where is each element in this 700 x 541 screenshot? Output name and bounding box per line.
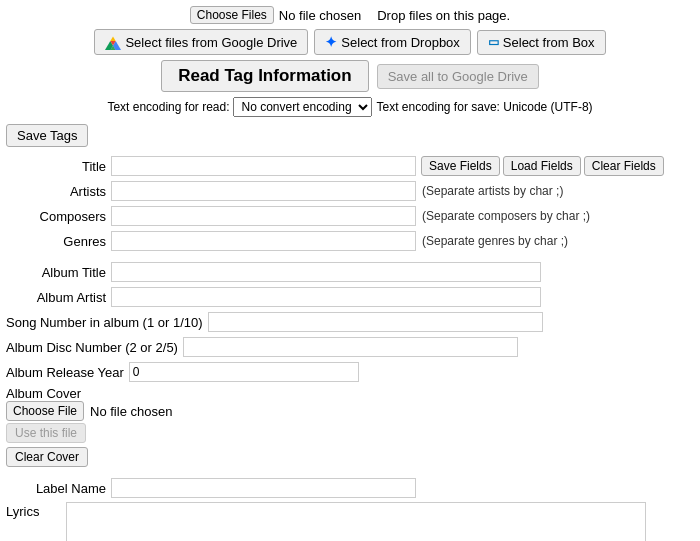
cloud-buttons-row: Select files from Google Drive ✦ Select …: [6, 29, 694, 55]
song-number-row: Song Number in album (1 or 1/10): [6, 311, 694, 333]
album-disc-label: Album Disc Number (2 or 2/5): [6, 340, 183, 355]
title-label: Title: [6, 159, 111, 174]
album-title-row: Album Title: [6, 261, 694, 283]
gdrive-button[interactable]: Select files from Google Drive: [94, 29, 308, 55]
file-chosen-label: No file chosen: [279, 8, 361, 23]
save-google-button[interactable]: Save all to Google Drive: [377, 64, 539, 89]
album-artist-input[interactable]: [111, 287, 541, 307]
encoding-select[interactable]: No convert encodingUTF-8ISO-8859-1Shift_…: [233, 97, 372, 117]
svg-marker-3: [111, 37, 116, 42]
read-tag-row: Read Tag Information Save all to Google …: [6, 60, 694, 92]
artists-row: Artists (Separate artists by char ;): [6, 180, 694, 202]
album-cover-label-row: Album Cover: [6, 386, 694, 401]
dropbox-button[interactable]: ✦ Select from Dropbox: [314, 29, 471, 55]
title-row: Title Save Fields Load Fields Clear Fiel…: [6, 155, 694, 177]
encoding-row: Text encoding for read: No convert encod…: [6, 97, 694, 117]
album-cover-label: Album Cover: [6, 386, 81, 401]
album-artist-row: Album Artist: [6, 286, 694, 308]
composers-row: Composers (Separate composers by char ;): [6, 205, 694, 227]
label-name-label: Label Name: [6, 481, 111, 496]
dropbox-label: Select from Dropbox: [341, 35, 460, 50]
album-title-label: Album Title: [6, 265, 111, 280]
artists-input[interactable]: [111, 181, 416, 201]
lyrics-row: Lyrics: [6, 502, 694, 541]
song-number-label: Song Number in album (1 or 1/10): [6, 315, 208, 330]
album-cover-no-file: No file chosen: [90, 404, 172, 419]
lyrics-textarea[interactable]: [66, 502, 646, 541]
clear-cover-row: Clear Cover: [6, 447, 694, 467]
choose-files-button[interactable]: Choose Files: [190, 6, 274, 24]
save-tags-row: Save Tags: [6, 124, 694, 155]
gdrive-icon: [105, 34, 121, 50]
album-cover-choose-button[interactable]: Choose File: [6, 401, 84, 421]
title-action-buttons: Save Fields Load Fields Clear Fields: [421, 156, 664, 176]
drop-text: Drop files on this page.: [377, 8, 510, 23]
album-release-year-label: Album Release Year: [6, 365, 129, 380]
use-file-row: Use this file: [6, 423, 694, 445]
composers-input[interactable]: [111, 206, 416, 226]
use-this-file-button[interactable]: Use this file: [6, 423, 86, 443]
label-name-input[interactable]: [111, 478, 416, 498]
box-icon: ▭: [488, 35, 499, 49]
genres-input[interactable]: [111, 231, 416, 251]
album-cover-section: Album Cover Choose File No file chosen U…: [6, 386, 694, 467]
song-number-input[interactable]: [208, 312, 543, 332]
save-encoding-label: Text encoding for save: Unicode (UTF-8): [376, 100, 592, 114]
album-disc-input[interactable]: [183, 337, 518, 357]
artists-hint: (Separate artists by char ;): [422, 184, 563, 198]
box-button[interactable]: ▭ Select from Box: [477, 30, 606, 55]
genres-label: Genres: [6, 234, 111, 249]
read-encoding-label: Text encoding for read:: [107, 100, 229, 114]
clear-fields-button[interactable]: Clear Fields: [584, 156, 664, 176]
album-cover-file-row: Choose File No file chosen: [6, 401, 694, 421]
label-name-row: Label Name: [6, 477, 694, 499]
album-title-input[interactable]: [111, 262, 541, 282]
box-label: Select from Box: [503, 35, 595, 50]
save-fields-button[interactable]: Save Fields: [421, 156, 500, 176]
artists-label: Artists: [6, 184, 111, 199]
save-tags-button[interactable]: Save Tags: [6, 124, 88, 147]
album-release-year-input[interactable]: [129, 362, 359, 382]
genres-row: Genres (Separate genres by char ;): [6, 230, 694, 252]
read-tag-button[interactable]: Read Tag Information: [161, 60, 368, 92]
dropbox-icon: ✦: [325, 34, 337, 50]
genres-hint: (Separate genres by char ;): [422, 234, 568, 248]
gdrive-label: Select files from Google Drive: [125, 35, 297, 50]
lyrics-label: Lyrics: [6, 502, 66, 519]
composers-hint: (Separate composers by char ;): [422, 209, 590, 223]
title-input[interactable]: [111, 156, 416, 176]
album-release-year-row: Album Release Year: [6, 361, 694, 383]
file-input-row: Choose Files No file chosen Drop files o…: [6, 6, 694, 24]
composers-label: Composers: [6, 209, 111, 224]
album-disc-row: Album Disc Number (2 or 2/5): [6, 336, 694, 358]
load-fields-button[interactable]: Load Fields: [503, 156, 581, 176]
album-artist-label: Album Artist: [6, 290, 111, 305]
clear-cover-button[interactable]: Clear Cover: [6, 447, 88, 467]
file-input-area: Choose Files No file chosen: [190, 6, 361, 24]
